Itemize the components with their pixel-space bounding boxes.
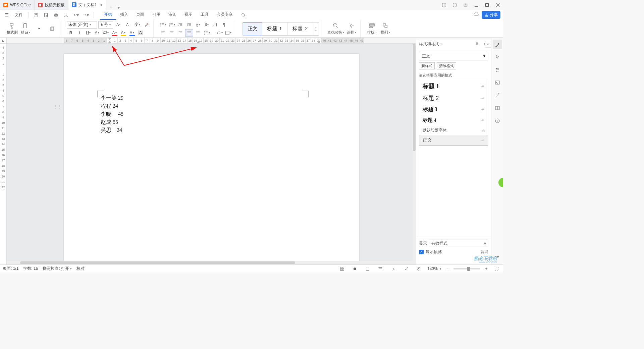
- clear-format-button[interactable]: 清除格式: [437, 62, 456, 69]
- tab-wps-home[interactable]: WPS Office: [0, 0, 35, 10]
- doc-line[interactable]: 吴思 24: [101, 126, 322, 134]
- rail-image-icon[interactable]: [493, 78, 502, 87]
- align-right-button[interactable]: [176, 29, 184, 37]
- highlight-button[interactable]: A▾: [119, 29, 127, 37]
- tab-document[interactable]: W 文字文稿1 ●: [68, 0, 106, 10]
- menu-tab-member[interactable]: 会员专享: [213, 10, 237, 20]
- show-preview-checkbox[interactable]: ✓: [419, 250, 424, 254]
- window-close[interactable]: [492, 0, 503, 10]
- style-list-item-h2[interactable]: 标题 2↵: [419, 92, 488, 104]
- vertical-ruler[interactable]: 432112345678910111213141516171819202122: [0, 44, 7, 264]
- header-reader-icon[interactable]: [439, 0, 449, 10]
- file-menu[interactable]: 文件: [13, 12, 25, 18]
- fullscreen-icon[interactable]: ⛶: [492, 265, 500, 272]
- rail-edit-icon[interactable]: [493, 40, 502, 49]
- rail-reader-icon[interactable]: [493, 103, 502, 113]
- zoom-out-button[interactable]: −: [443, 265, 451, 272]
- show-marks-button[interactable]: ¶: [220, 21, 228, 29]
- header-cube-icon[interactable]: [449, 0, 460, 10]
- left-indent-marker[interactable]: [108, 40, 111, 43]
- header-avatar-icon[interactable]: [460, 0, 471, 10]
- export-icon[interactable]: [62, 11, 70, 19]
- tab-add-button[interactable]: ＋: [106, 4, 116, 10]
- rail-select-icon[interactable]: [493, 52, 502, 62]
- doc-line[interactable]: 程程 24: [101, 102, 322, 110]
- cloud-sync-icon[interactable]: [474, 12, 479, 18]
- find-replace-button[interactable]: 查找替换▾: [327, 21, 344, 36]
- status-words[interactable]: 字数: 16: [23, 266, 38, 271]
- decrease-font-icon[interactable]: A-: [124, 21, 132, 29]
- tab-docer-templates[interactable]: 找稻壳模板: [35, 0, 68, 10]
- rail-help-icon[interactable]: ?: [493, 116, 502, 126]
- redo-icon[interactable]: ↷▾: [82, 11, 90, 19]
- clear-format-icon[interactable]: [143, 21, 151, 29]
- status-outline-view-icon[interactable]: [376, 265, 384, 272]
- share-button[interactable]: 分享: [482, 11, 500, 19]
- print-icon[interactable]: [52, 11, 60, 19]
- menu-tab-review[interactable]: 审阅: [164, 10, 180, 20]
- print-preview-icon[interactable]: [42, 11, 50, 19]
- vertical-scrollbar[interactable]: [413, 44, 416, 264]
- increase-indent-button[interactable]: [185, 21, 193, 29]
- layout-button[interactable]: 排版▾: [366, 21, 378, 36]
- italic-button[interactable]: I: [75, 29, 84, 37]
- ruler-corner[interactable]: ◣: [0, 38, 7, 44]
- select-button[interactable]: 选择▾: [345, 21, 358, 36]
- format-painter-button[interactable]: 格式刷: [6, 21, 18, 36]
- status-page-view-icon[interactable]: [364, 265, 372, 272]
- menu-tab-references[interactable]: 引用: [148, 10, 164, 20]
- numbering-button[interactable]: 123▾: [168, 21, 176, 29]
- asian-layout-button[interactable]: S▾: [203, 21, 211, 29]
- align-center-button[interactable]: [168, 29, 176, 37]
- right-indent-marker[interactable]: [317, 40, 321, 43]
- menu-tab-tools[interactable]: 工具: [197, 10, 213, 20]
- menu-tab-insert[interactable]: 插入: [116, 10, 132, 20]
- doc-line[interactable]: 李一笑 29: [101, 94, 322, 102]
- smart-label[interactable]: 智能: [480, 249, 488, 255]
- scrollbar-thumb[interactable]: [413, 44, 416, 151]
- distribute-button[interactable]: [194, 29, 202, 37]
- zoom-slider-thumb[interactable]: [467, 267, 470, 271]
- menu-tab-view[interactable]: 视图: [180, 10, 197, 20]
- doc-line[interactable]: 李晓 45: [101, 110, 322, 118]
- status-proofread[interactable]: 校对: [76, 266, 85, 271]
- align-justify-button[interactable]: [185, 29, 193, 37]
- paste-button[interactable]: 粘贴▾: [19, 21, 32, 36]
- zoom-slider[interactable]: [453, 268, 480, 269]
- rail-more-icon[interactable]: •••: [493, 252, 502, 262]
- borders-button[interactable]: ▾: [224, 29, 232, 37]
- chevron-down-icon[interactable]: ▾: [440, 43, 442, 46]
- style-list-item-default-font[interactable]: 默认段落字体⎋: [419, 126, 488, 135]
- pin-icon[interactable]: [474, 41, 480, 48]
- window-minimize[interactable]: [471, 0, 482, 10]
- font-size-combo[interactable]: 五号▾: [98, 21, 113, 29]
- increase-font-icon[interactable]: A+: [114, 21, 122, 29]
- search-icon[interactable]: [239, 11, 248, 19]
- panel-collapse-chevron[interactable]: «: [485, 41, 491, 48]
- style-list-item-h4[interactable]: 标题 4↵: [419, 115, 488, 126]
- zoom-in-button[interactable]: ＋: [482, 265, 490, 272]
- style-item-body[interactable]: 正文: [243, 22, 262, 35]
- text-shading-button[interactable]: A▾: [128, 29, 136, 37]
- bold-button[interactable]: B: [67, 29, 75, 37]
- tab-list-dropdown[interactable]: ▾: [116, 5, 122, 10]
- undo-icon[interactable]: ↶▾: [72, 11, 80, 19]
- tab-stop-marker[interactable]: [197, 40, 200, 43]
- chevron-down-icon[interactable]: ▾: [440, 267, 441, 270]
- scrollbar-thumb[interactable]: [20, 261, 295, 264]
- style-item-h1[interactable]: 标题 1: [262, 22, 288, 35]
- rail-settings-icon[interactable]: [493, 65, 502, 74]
- style-list-item-h3[interactable]: 标题 3↵: [419, 104, 488, 115]
- status-web-view-icon[interactable]: [402, 265, 410, 272]
- style-gallery-scroll[interactable]: ▴▾: [313, 22, 319, 35]
- status-record-icon[interactable]: ⏺: [351, 265, 359, 272]
- style-list-item-body[interactable]: 正文↵: [419, 135, 488, 146]
- sort-button[interactable]: [211, 21, 219, 29]
- menu-tab-home[interactable]: 开始: [100, 10, 116, 20]
- underline-button[interactable]: U▾: [84, 29, 92, 37]
- document-page[interactable]: ⋮⋮ 李一笑 29 程程 24 李晓 45 赵成 55 吴思 24: [64, 54, 359, 264]
- save-icon[interactable]: [32, 11, 40, 19]
- window-maximize[interactable]: [482, 0, 492, 10]
- bullets-button[interactable]: ▾: [159, 21, 167, 29]
- arrange-button[interactable]: 排列▾: [379, 21, 391, 36]
